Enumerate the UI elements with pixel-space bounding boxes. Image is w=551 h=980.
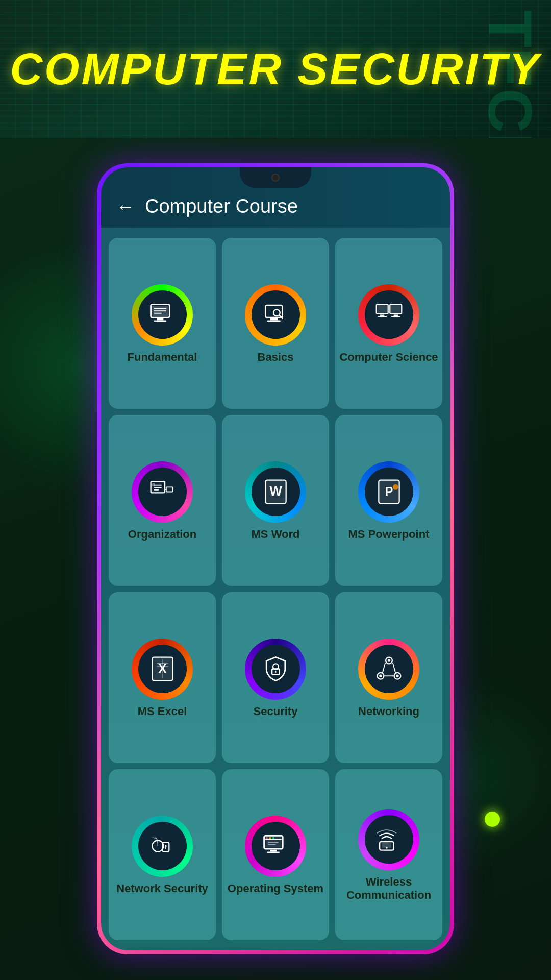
organization-icon xyxy=(148,478,177,506)
svg-rect-10 xyxy=(270,318,278,321)
svg-point-57 xyxy=(269,837,271,839)
svg-text:W: W xyxy=(269,484,282,498)
svg-point-47 xyxy=(379,675,382,678)
svg-point-65 xyxy=(386,847,388,849)
courses-grid: Fundamental Basics Computer Science Orga… xyxy=(101,228,450,950)
svg-point-46 xyxy=(387,659,390,663)
fundamental-icon xyxy=(148,301,177,329)
wireless-communication-icon xyxy=(375,825,403,853)
security-icon xyxy=(262,655,290,683)
course-icon-inner-organization xyxy=(138,468,187,516)
svg-line-44 xyxy=(392,663,395,673)
course-label-ms-word: MS Word xyxy=(252,528,300,541)
course-label-ms-excel: MS Excel xyxy=(138,705,187,718)
svg-rect-13 xyxy=(377,305,387,313)
course-card-networking[interactable]: Networking xyxy=(335,592,442,763)
course-icon-ring-wireless-communication xyxy=(358,809,419,870)
phone-frame: ← Computer Course Fundamental Basics Com… xyxy=(97,163,454,954)
course-icon-inner-computer-science xyxy=(365,290,413,339)
course-icon-ring-security xyxy=(245,639,306,700)
networking-icon xyxy=(375,655,403,683)
course-label-wireless-communication: Wireless Communication xyxy=(339,875,438,902)
header-title: Computer Course xyxy=(145,195,298,217)
svg-rect-59 xyxy=(270,850,277,852)
course-card-network-security[interactable]: Network Security xyxy=(109,769,216,940)
app-screen: ← Computer Course Fundamental Basics Com… xyxy=(101,167,450,950)
course-icon-ring-network-security xyxy=(132,816,193,877)
course-icon-inner-ms-powerpoint: P xyxy=(365,468,413,516)
svg-rect-18 xyxy=(393,315,397,316)
course-icon-inner-fundamental xyxy=(138,290,187,339)
svg-point-48 xyxy=(396,675,399,678)
circuit-dot-1 xyxy=(485,812,500,827)
ms-excel-icon: X xyxy=(148,655,177,683)
computer-science-icon xyxy=(375,301,403,329)
course-card-operating-system[interactable]: Operating System xyxy=(222,769,329,940)
course-card-basics[interactable]: Basics xyxy=(222,238,329,409)
course-label-ms-powerpoint: MS Powerpoint xyxy=(348,528,430,541)
course-icon-ring-operating-system xyxy=(245,816,306,877)
course-card-computer-science[interactable]: Computer Science xyxy=(335,238,442,409)
course-label-basics: Basics xyxy=(258,351,294,364)
course-icon-inner-ms-excel: X xyxy=(138,645,187,693)
course-icon-inner-network-security xyxy=(138,822,187,870)
ms-word-icon: W xyxy=(262,478,290,506)
svg-rect-2 xyxy=(157,318,163,321)
svg-rect-20 xyxy=(151,482,165,493)
svg-text:P: P xyxy=(385,484,393,498)
banner: TECHNOLOGY COMPUTER SECURITY xyxy=(0,0,551,138)
svg-rect-3 xyxy=(154,321,166,322)
course-icon-inner-basics xyxy=(252,290,300,339)
course-card-ms-powerpoint[interactable]: P MS Powerpoint xyxy=(335,415,442,586)
course-card-wireless-communication[interactable]: Wireless Communication xyxy=(335,769,442,940)
course-icon-ring-ms-excel: X xyxy=(132,639,193,700)
svg-rect-15 xyxy=(378,316,386,317)
course-card-security[interactable]: Security xyxy=(222,592,329,763)
svg-rect-60 xyxy=(267,852,280,853)
svg-line-43 xyxy=(382,663,385,673)
svg-rect-24 xyxy=(152,483,155,486)
course-icon-inner-wireless-communication xyxy=(365,815,413,864)
back-button[interactable]: ← xyxy=(116,196,135,217)
course-card-ms-excel[interactable]: X MS Excel xyxy=(109,592,216,763)
course-icon-inner-ms-word: W xyxy=(252,468,300,516)
course-label-operating-system: Operating System xyxy=(228,882,323,895)
phone-inner: ← Computer Course Fundamental Basics Com… xyxy=(101,167,450,950)
course-icon-ring-ms-powerpoint: P xyxy=(358,461,419,523)
banner-title: COMPUTER SECURITY xyxy=(10,43,541,95)
course-label-security: Security xyxy=(254,705,298,718)
camera xyxy=(271,174,280,182)
course-icon-ring-basics xyxy=(245,284,306,346)
svg-rect-11 xyxy=(267,321,281,322)
phone-area: ← Computer Course Fundamental Basics Com… xyxy=(0,138,551,980)
course-icon-inner-operating-system xyxy=(252,822,300,870)
course-card-organization[interactable]: Organization xyxy=(109,415,216,586)
course-card-fundamental[interactable]: Fundamental xyxy=(109,238,216,409)
ms-powerpoint-icon: P xyxy=(375,478,403,506)
svg-rect-19 xyxy=(391,316,400,317)
course-icon-inner-security xyxy=(252,645,300,693)
course-label-networking: Networking xyxy=(358,705,419,718)
course-icon-ring-fundamental xyxy=(132,284,193,346)
course-icon-ring-computer-science xyxy=(358,284,419,346)
course-icon-ring-ms-word: W xyxy=(245,461,306,523)
svg-point-52 xyxy=(165,845,167,847)
course-card-ms-word[interactable]: W MS Word xyxy=(222,415,329,586)
course-label-computer-science: Computer Science xyxy=(339,351,438,364)
svg-point-58 xyxy=(272,837,274,839)
basics-icon xyxy=(262,301,290,329)
phone-notch xyxy=(240,167,311,188)
svg-point-56 xyxy=(266,837,268,839)
operating-system-icon xyxy=(262,832,290,860)
network-security-icon xyxy=(148,832,177,860)
svg-point-31 xyxy=(392,484,398,490)
svg-rect-17 xyxy=(391,305,400,313)
course-icon-ring-networking xyxy=(358,639,419,700)
svg-rect-25 xyxy=(166,487,172,492)
course-icon-ring-organization xyxy=(132,461,193,523)
course-label-fundamental: Fundamental xyxy=(128,351,197,364)
course-label-network-security: Network Security xyxy=(116,882,208,895)
svg-rect-14 xyxy=(380,315,384,316)
course-label-organization: Organization xyxy=(128,528,196,541)
course-icon-inner-networking xyxy=(365,645,413,693)
